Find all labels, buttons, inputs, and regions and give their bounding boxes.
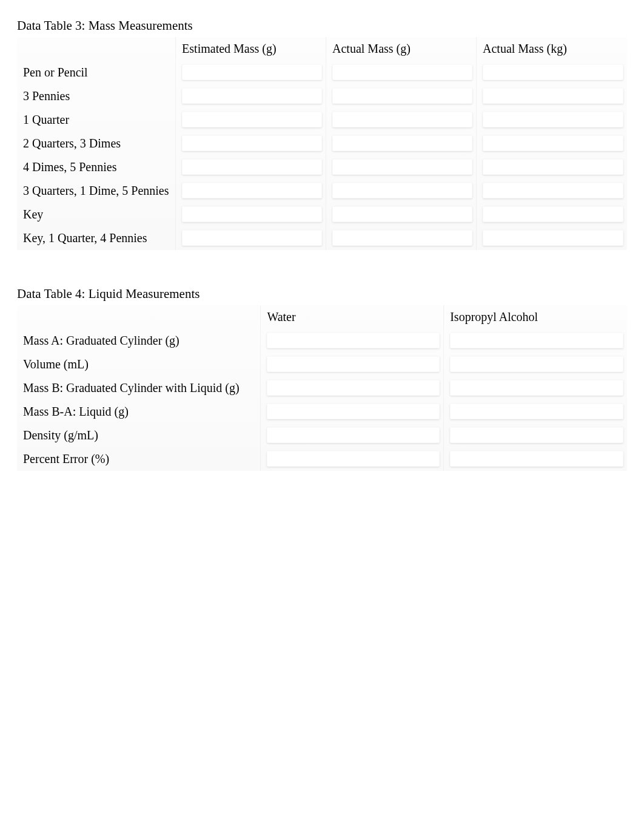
table-row: Mass B: Graduated Cylinder with Liquid (… xyxy=(17,376,627,400)
row-label: Mass A: Graduated Cylinder (g) xyxy=(17,329,261,353)
table4-header-blank xyxy=(17,305,261,329)
table-row: Percent Error (%) xyxy=(17,447,627,471)
isopropyl-input[interactable] xyxy=(450,427,623,443)
row-label: Density (g/mL) xyxy=(17,424,261,447)
table3: Estimated Mass (g) Actual Mass (g) Actua… xyxy=(17,37,627,250)
table4-wrapper: Water Isopropyl Alcohol Mass A: Graduate… xyxy=(17,305,627,471)
table-row: Key, 1 Quarter, 4 Pennies xyxy=(17,226,627,250)
isopropyl-input[interactable] xyxy=(450,404,623,419)
estimated-mass-input[interactable] xyxy=(182,135,322,151)
row-label: Mass B-A: Liquid (g) xyxy=(17,400,261,424)
table3-section: Data Table 3: Mass Measurements Estimate… xyxy=(17,18,627,250)
estimated-mass-input[interactable] xyxy=(182,159,322,175)
table-row: Volume (mL) xyxy=(17,353,627,376)
table-row: 3 Pennies xyxy=(17,84,627,108)
water-input[interactable] xyxy=(267,333,440,348)
isopropyl-input[interactable] xyxy=(450,356,623,372)
table-row: Mass A: Graduated Cylinder (g) xyxy=(17,329,627,353)
isopropyl-input[interactable] xyxy=(450,333,623,348)
table3-body: Pen or Pencil 3 Pennies 1 Quarter xyxy=(17,61,627,250)
actual-mass-kg-input[interactable] xyxy=(483,206,623,222)
actual-mass-kg-input[interactable] xyxy=(483,64,623,80)
table3-wrapper: Estimated Mass (g) Actual Mass (g) Actua… xyxy=(17,37,627,250)
table4: Water Isopropyl Alcohol Mass A: Graduate… xyxy=(17,305,627,471)
isopropyl-input[interactable] xyxy=(450,380,623,396)
row-label: 3 Quarters, 1 Dime, 5 Pennies xyxy=(17,179,176,203)
table-row: 1 Quarter xyxy=(17,108,627,132)
estimated-mass-input[interactable] xyxy=(182,64,322,80)
isopropyl-input[interactable] xyxy=(450,451,623,467)
row-label: 2 Quarters, 3 Dimes xyxy=(17,132,176,155)
actual-mass-kg-input[interactable] xyxy=(483,135,623,151)
table-row: Mass B-A: Liquid (g) xyxy=(17,400,627,424)
row-label: 4 Dimes, 5 Pennies xyxy=(17,155,176,179)
row-label: Key xyxy=(17,203,176,226)
table4-body: Mass A: Graduated Cylinder (g) Volume (m… xyxy=(17,329,627,471)
table-row: Pen or Pencil xyxy=(17,61,627,84)
table-row: 3 Quarters, 1 Dime, 5 Pennies xyxy=(17,179,627,203)
actual-mass-g-input[interactable] xyxy=(332,183,472,198)
actual-mass-kg-input[interactable] xyxy=(483,183,623,198)
water-input[interactable] xyxy=(267,380,440,396)
water-input[interactable] xyxy=(267,427,440,443)
water-input[interactable] xyxy=(267,404,440,419)
actual-mass-kg-input[interactable] xyxy=(483,230,623,246)
estimated-mass-input[interactable] xyxy=(182,88,322,104)
row-label: Volume (mL) xyxy=(17,353,261,376)
table3-title: Data Table 3: Mass Measurements xyxy=(17,18,627,33)
table4-title: Data Table 4: Liquid Measurements xyxy=(17,286,627,302)
table-row: Key xyxy=(17,203,627,226)
actual-mass-g-input[interactable] xyxy=(332,159,472,175)
water-input[interactable] xyxy=(267,356,440,372)
row-label: Key, 1 Quarter, 4 Pennies xyxy=(17,226,176,250)
row-label: 3 Pennies xyxy=(17,84,176,108)
row-label: Pen or Pencil xyxy=(17,61,176,84)
water-input[interactable] xyxy=(267,451,440,467)
table3-header-actual-kg: Actual Mass (kg) xyxy=(477,37,627,61)
row-label: Mass B: Graduated Cylinder with Liquid (… xyxy=(17,376,261,400)
table-row: 4 Dimes, 5 Pennies xyxy=(17,155,627,179)
estimated-mass-input[interactable] xyxy=(182,230,322,246)
actual-mass-g-input[interactable] xyxy=(332,64,472,80)
table-row: Density (g/mL) xyxy=(17,424,627,447)
estimated-mass-input[interactable] xyxy=(182,112,322,127)
actual-mass-g-input[interactable] xyxy=(332,206,472,222)
row-label: 1 Quarter xyxy=(17,108,176,132)
actual-mass-g-input[interactable] xyxy=(332,88,472,104)
table3-header-blank xyxy=(17,37,176,61)
table3-header-actual-g: Actual Mass (g) xyxy=(326,37,477,61)
actual-mass-g-input[interactable] xyxy=(332,135,472,151)
estimated-mass-input[interactable] xyxy=(182,183,322,198)
table4-header-isopropyl: Isopropyl Alcohol xyxy=(444,305,627,329)
actual-mass-g-input[interactable] xyxy=(332,230,472,246)
row-label: Percent Error (%) xyxy=(17,447,261,471)
table-row: 2 Quarters, 3 Dimes xyxy=(17,132,627,155)
estimated-mass-input[interactable] xyxy=(182,206,322,222)
table3-header-estimated: Estimated Mass (g) xyxy=(176,37,326,61)
actual-mass-g-input[interactable] xyxy=(332,112,472,127)
actual-mass-kg-input[interactable] xyxy=(483,159,623,175)
actual-mass-kg-input[interactable] xyxy=(483,88,623,104)
table4-header-water: Water xyxy=(261,305,444,329)
actual-mass-kg-input[interactable] xyxy=(483,112,623,127)
table4-section: Data Table 4: Liquid Measurements Water … xyxy=(17,286,627,471)
